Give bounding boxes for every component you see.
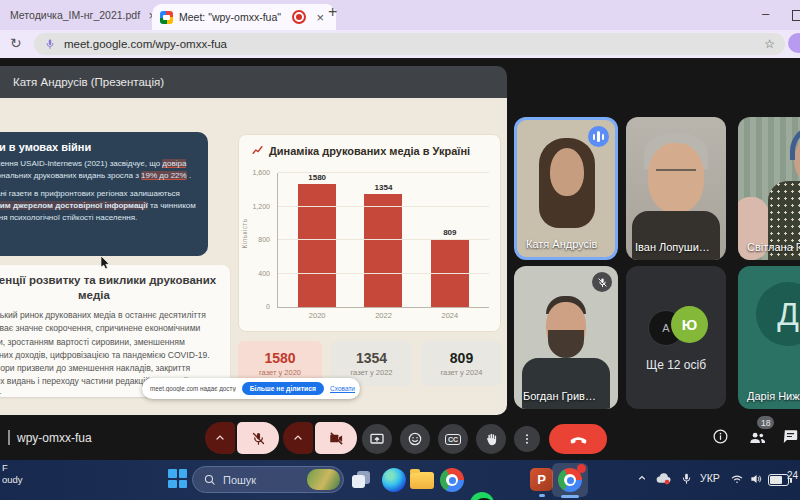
weather-condition: oudy — [2, 474, 23, 486]
share-banner-message: meet.google.com надає доступ до вашого е… — [150, 385, 236, 392]
participant-name: Богдан Грив… — [523, 390, 596, 402]
chrome-icon[interactable] — [440, 468, 464, 492]
battery-icon[interactable] — [768, 474, 789, 486]
participant-tile-ivan[interactable]: Іван Лопуши… — [626, 117, 726, 260]
mic-permission-icon[interactable] — [44, 38, 56, 50]
participant-tile-dariya[interactable]: Д Дарія Нижн — [738, 266, 800, 409]
person-face — [550, 148, 584, 196]
edge-icon[interactable] — [382, 468, 406, 492]
presentation-tile[interactable]: Катя Андрусів (Презентація) Газети в умо… — [0, 66, 507, 415]
recording-badge — [577, 464, 586, 473]
participants-button[interactable] — [748, 428, 767, 447]
participant-name: Катя Андрусів — [526, 238, 597, 250]
raise-hand-button[interactable] — [476, 424, 506, 454]
tab-recording-icon — [292, 10, 306, 24]
task-view-button[interactable] — [352, 471, 372, 489]
screen: Методичка_ІМ-нг_2021.pdf × Meet: "wpy-om… — [0, 0, 800, 500]
taskbar-clock[interactable]: 24 — [787, 470, 798, 481]
screen-share-banner: meet.google.com надає доступ до вашого е… — [142, 378, 360, 399]
wifi-icon[interactable] — [730, 472, 744, 486]
start-button[interactable] — [168, 469, 187, 488]
camera-control — [283, 422, 357, 454]
avatar-letter-d: Д — [756, 282, 800, 346]
keyboard-language[interactable]: УКР — [700, 472, 720, 484]
participant-name: Дарія Нижн — [747, 390, 800, 402]
hand-icon — [484, 432, 499, 447]
chart-title: Динаміка друкованих медіа в Україні — [269, 145, 470, 157]
stat-label: газет у 2020 — [259, 368, 301, 377]
camera-off-button[interactable] — [315, 422, 357, 454]
tab-pdf-title: Методичка_ІМ-нг_2021.pdf — [10, 9, 144, 21]
mic-options-chevron[interactable] — [205, 422, 235, 454]
powerpoint-icon[interactable]: P — [530, 468, 554, 492]
mic-tray-icon[interactable] — [680, 472, 693, 485]
presenter-label-bar: Катя Андрусів (Презентація) — [0, 66, 507, 98]
running-indicator — [539, 494, 545, 497]
new-tab-button[interactable]: + — [328, 3, 337, 21]
stat-label: газет у 2024 — [441, 368, 483, 377]
slide-card-war: Газети в умовах війни Дослідження USAID-… — [0, 132, 208, 256]
chat-button[interactable] — [782, 428, 799, 445]
weather-widget[interactable]: F oudy — [2, 462, 23, 486]
mic-mute-button[interactable] — [237, 422, 279, 454]
people-icon — [748, 428, 767, 447]
chevron-up-icon — [214, 432, 226, 444]
present-screen-button[interactable] — [362, 424, 392, 454]
trends-card-title: Тенденції розвитку та виклики друкованих… — [0, 273, 218, 303]
mic-muted-icon — [592, 272, 612, 292]
mic-control — [205, 422, 279, 454]
search-placeholder: Пошук — [223, 474, 300, 486]
bar-2022: 13542022 — [364, 173, 402, 307]
war-card-paragraph-1: Дослідження USAID-Internews (2021) засві… — [0, 158, 196, 182]
mouse-cursor — [101, 256, 110, 269]
reload-icon[interactable]: ↻ — [10, 35, 22, 51]
participant-tile-bogdan[interactable]: Богдан Грив… — [514, 266, 618, 409]
address-bar[interactable]: meet.google.com/wpy-omxx-fua ☆ — [34, 33, 785, 55]
participant-tile-overflow[interactable]: А Ю Ще 12 осіб — [626, 266, 726, 409]
hide-banner-link[interactable]: Сховати — [330, 385, 355, 392]
participant-tile-svitlana[interactable]: Світлана Гр — [738, 117, 800, 260]
cc-icon: CC — [445, 434, 461, 445]
taskbar-search[interactable]: Пошук — [192, 466, 344, 493]
window-minimize-button[interactable]: – — [762, 6, 769, 21]
mic-off-icon — [251, 431, 266, 446]
participants-count-badge: 18 — [757, 416, 774, 429]
volume-icon[interactable] — [749, 472, 763, 486]
slide-chart-card: Динаміка друкованих медіа в Україні Кіль… — [238, 134, 501, 332]
end-call-icon — [569, 430, 588, 449]
chrome-active-window-button[interactable] — [552, 463, 588, 497]
tray-chevron-button[interactable] — [636, 472, 648, 484]
audio-speaking-indicator — [588, 126, 609, 147]
meeting-details-button[interactable] — [712, 428, 729, 445]
browser-tab-strip: Методичка_ІМ-нг_2021.pdf × Meet: "wpy-om… — [0, 0, 800, 30]
stop-sharing-button[interactable]: Більше не ділитися — [242, 382, 324, 395]
tab-meet-title: Meet: "wpy-omxx-fua" — [179, 11, 286, 23]
present-screen-icon — [369, 431, 385, 447]
stat-value: 1580 — [264, 350, 295, 366]
highlight: 19% до 22% — [141, 171, 187, 180]
screen-recorder-tray-icon[interactable] — [655, 470, 672, 487]
search-icon — [203, 473, 216, 486]
more-participants-label: Ще 12 осіб — [626, 358, 726, 372]
participant-tile-katya[interactable]: Катя Андрусів — [514, 117, 618, 260]
file-explorer-icon[interactable] — [410, 472, 434, 489]
browser-url-row: ↻ meet.google.com/wpy-omxx-fua ☆ — [0, 30, 800, 58]
more-options-button[interactable] — [514, 426, 540, 452]
smiley-icon — [407, 431, 423, 447]
reactions-button[interactable] — [400, 424, 430, 454]
war-card-paragraph-2: Друковані газети в прифронтових регіонах… — [0, 188, 196, 224]
active-window-indicator — [561, 495, 579, 498]
avatar-letter-yu: Ю — [671, 306, 708, 343]
bookmark-star-icon[interactable]: ☆ — [764, 37, 775, 51]
captions-button[interactable]: CC — [438, 424, 468, 454]
camera-options-chevron[interactable] — [283, 422, 313, 454]
camera-off-icon — [329, 431, 344, 446]
person-glasses — [656, 169, 696, 180]
tab-pdf[interactable]: Методичка_ІМ-нг_2021.pdf × — [0, 0, 160, 30]
tab-meet[interactable]: Meet: "wpy-omxx-fua" × — [152, 4, 336, 30]
war-card-title: Газети в умовах війни — [0, 141, 196, 153]
leave-call-button[interactable] — [549, 424, 607, 454]
divider — [8, 430, 10, 445]
window-maximize-button[interactable] — [792, 10, 800, 21]
close-tab-icon[interactable]: × — [312, 10, 328, 25]
